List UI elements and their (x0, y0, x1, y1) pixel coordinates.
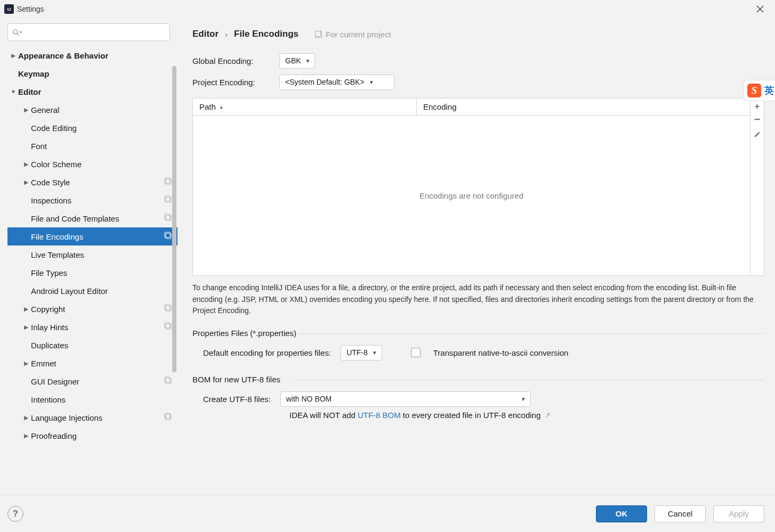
close-button[interactable] (749, 0, 771, 18)
project-scope-icon (164, 232, 172, 241)
sort-asc-icon: ▲ (219, 104, 224, 110)
scrollbar-thumb[interactable] (172, 66, 176, 372)
project-encoding-label: Project Encoding: (192, 78, 270, 87)
chevron-right-icon: › (224, 30, 229, 39)
sidebar-item-label: Keymap (18, 69, 49, 78)
chevron-down-icon: ▼ (305, 58, 311, 64)
sidebar-item-code-editing[interactable]: Code Editing (7, 119, 177, 137)
pencil-icon (754, 130, 761, 138)
project-encoding-combo[interactable]: <System Default: GBK> ▼ (279, 75, 394, 90)
sidebar: ▾ ▶Appearance & BehaviorKeymap▼Editor▶Ge… (0, 18, 177, 495)
content: Global Encoding: GBK ▼ Project Encoding:… (192, 50, 770, 495)
encodings-table: Path ▲ Encoding Encodings are not config… (192, 98, 764, 276)
sidebar-item-inspections[interactable]: Inspections (7, 191, 177, 209)
sidebar-item-keymap[interactable]: Keymap (7, 64, 177, 83)
column-path[interactable]: Path ▲ (193, 99, 417, 115)
bom-section-title: BOM for new UTF-8 files (192, 375, 764, 384)
dialog-body: ▾ ▶Appearance & BehaviorKeymap▼Editor▶Ge… (0, 18, 775, 495)
sidebar-item-file-types[interactable]: File Types (7, 264, 177, 282)
project-scope-icon (164, 214, 172, 223)
chevron-down-icon: ▼ (369, 79, 374, 85)
create-utf8-combo[interactable]: with NO BOM ▼ (280, 391, 531, 407)
sidebar-item-language-injections[interactable]: ▶Language Injections (7, 408, 177, 427)
chevron-right-icon: ▶ (21, 161, 31, 168)
svg-line-1 (17, 33, 19, 35)
global-encoding-label: Global Encoding: (192, 56, 270, 66)
sogou-icon: S (747, 84, 761, 97)
transparent-ascii-label: Transparent native-to-ascii conversion (433, 348, 569, 357)
ok-button[interactable]: OK (596, 505, 647, 522)
sidebar-item-inlay-hints[interactable]: ▶Inlay Hints (7, 318, 177, 336)
chevron-right-icon: ▶ (21, 306, 31, 313)
settings-dialog: Settings ▾ ▶Appearance & BehaviorKeymap▼… (0, 0, 775, 532)
properties-default-label: Default encoding for properties files: (203, 348, 331, 357)
sidebar-item-font[interactable]: Font (7, 137, 177, 155)
sidebar-item-general[interactable]: ▶General (7, 101, 177, 119)
settings-tree[interactable]: ▶Appearance & BehaviorKeymap▼Editor▶Gene… (7, 46, 177, 495)
project-scope-icon (164, 177, 172, 187)
sidebar-item-label: Duplicates (31, 341, 68, 350)
chevron-right-icon: ▶ (21, 432, 31, 439)
sidebar-item-label: Inspections (31, 196, 71, 205)
dialog-footer: ? OK Cancel Apply (0, 495, 775, 532)
utf8-bom-link[interactable]: UTF-8 BOM (358, 411, 401, 420)
project-scope-icon (164, 377, 172, 386)
help-button[interactable]: ? (7, 506, 23, 522)
sidebar-item-appearance-behavior[interactable]: ▶Appearance & Behavior (7, 46, 177, 64)
project-scope-icon (164, 304, 172, 314)
apply-button[interactable]: Apply (713, 505, 764, 522)
transparent-ascii-checkbox[interactable] (411, 348, 421, 357)
sidebar-item-color-scheme[interactable]: ▶Color Scheme (7, 155, 177, 173)
sidebar-item-editor[interactable]: ▼Editor (7, 83, 177, 101)
ime-indicator[interactable]: S 英 (744, 80, 775, 101)
sidebar-item-gui-designer[interactable]: GUI Designer (7, 372, 177, 390)
project-scope-icon (164, 413, 172, 422)
create-utf8-label: Create UTF-8 files: (203, 395, 271, 404)
sidebar-item-label: Code Editing (31, 124, 77, 133)
bom-note: IDEA will NOT add UTF-8 BOM to every cre… (192, 411, 764, 420)
table-toolbar: + − (750, 99, 764, 275)
search-icon (12, 29, 20, 36)
chevron-right-icon: ▶ (21, 360, 31, 367)
help-text: To change encoding IntelliJ IDEA uses fo… (192, 282, 764, 317)
sidebar-item-copyright[interactable]: ▶Copyright (7, 300, 177, 318)
sidebar-item-file-encodings[interactable]: File Encodings (7, 227, 177, 245)
sidebar-item-label: General (31, 105, 59, 114)
project-scope-icon (164, 322, 172, 332)
sidebar-item-intentions[interactable]: Intentions (7, 390, 177, 408)
project-scope-icon (164, 195, 172, 205)
sidebar-item-proofreading[interactable]: ▶Proofreading (7, 427, 177, 445)
breadcrumb-root[interactable]: Editor (192, 29, 219, 39)
for-current-project: For current project (314, 30, 391, 39)
sidebar-item-label: Android Layout Editor (31, 287, 108, 296)
properties-section-title: Properties Files (*.properties) (192, 329, 764, 338)
external-link-icon: ↗ (545, 411, 551, 419)
properties-default-combo[interactable]: UTF-8 ▼ (341, 345, 382, 361)
svg-point-0 (13, 29, 18, 34)
sidebar-item-android-layout-editor[interactable]: Android Layout Editor (7, 282, 177, 300)
sidebar-item-file-and-code-templates[interactable]: File and Code Templates (7, 209, 177, 227)
remove-row-button[interactable]: − (753, 114, 762, 124)
sidebar-item-emmet[interactable]: ▶Emmet (7, 354, 177, 372)
sidebar-item-duplicates[interactable]: Duplicates (7, 336, 177, 354)
chevron-right-icon: ▶ (21, 179, 31, 186)
sidebar-item-label: Color Scheme (31, 160, 82, 169)
add-row-button[interactable]: + (753, 102, 762, 111)
sidebar-item-label: Appearance & Behavior (18, 51, 108, 60)
cancel-button[interactable]: Cancel (655, 505, 706, 522)
sidebar-item-label: Intentions (31, 395, 66, 404)
edit-row-button[interactable] (753, 129, 762, 139)
sidebar-item-label: Inlay Hints (31, 323, 68, 332)
column-encoding[interactable]: Encoding (417, 99, 750, 115)
sidebar-item-live-templates[interactable]: Live Templates (7, 245, 177, 264)
chevron-right-icon: ▶ (9, 52, 18, 59)
sidebar-item-label: Emmet (31, 359, 56, 368)
close-icon (756, 5, 764, 13)
chevron-down-icon: ▼ (521, 396, 526, 402)
search-dropdown-icon: ▾ (20, 30, 22, 35)
sidebar-item-label: Copyright (31, 305, 65, 314)
sidebar-item-label: Live Templates (31, 250, 84, 259)
global-encoding-combo[interactable]: GBK ▼ (279, 53, 315, 69)
search-input[interactable]: ▾ (7, 23, 170, 41)
sidebar-item-code-style[interactable]: ▶Code Style (7, 173, 177, 191)
